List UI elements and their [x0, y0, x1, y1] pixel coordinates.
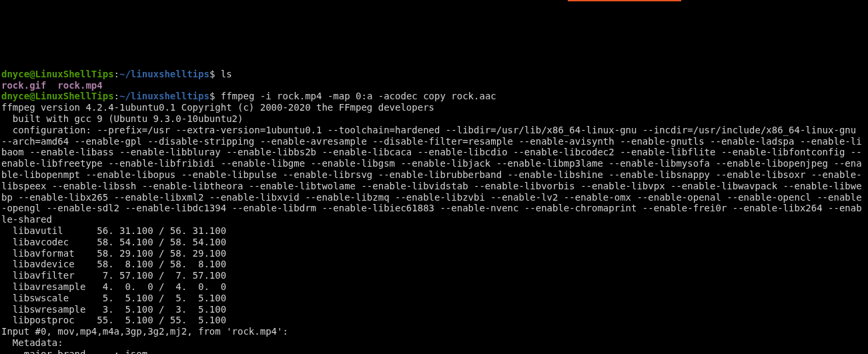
output-libavformat: libavformat 58. 29.100 / 58. 29.100: [1, 248, 867, 259]
prompt-path: ~/linuxshelltips: [119, 91, 209, 101]
file-separator: [46, 80, 57, 91]
accent-bar: [568, 0, 681, 1]
output-major-brand: major_brand : isom: [1, 349, 867, 354]
output-input-header: Input #0, mov,mp4,m4a,3gp,3g2,mj2, from …: [1, 326, 867, 337]
prompt-colon: :: [114, 91, 119, 101]
command-ls: ls: [221, 69, 232, 79]
prompt-line-1[interactable]: dnyce@LinuxShellTips:~/linuxshelltips$ l…: [1, 69, 867, 80]
output-libavutil: libavutil 56. 31.100 / 56. 31.100: [1, 225, 867, 237]
output-configuration: configuration: --prefix=/usr --extra-ver…: [1, 125, 867, 225]
prompt-dollar: $: [209, 91, 221, 101]
output-libpostproc: libpostproc 55. 5.100 / 55. 5.100: [1, 315, 867, 326]
file-mp4: rock.mp4: [57, 80, 102, 91]
output-libavfilter: libavfilter 7. 57.100 / 7. 57.100: [1, 270, 867, 281]
prompt-colon: :: [114, 69, 119, 79]
output-libavdevice: libavdevice 58. 8.100 / 58. 8.100: [1, 259, 867, 270]
command-ffmpeg: ffmpeg -i rock.mp4 -map 0:a -acodec copy…: [221, 91, 496, 101]
prompt-path: ~/linuxshelltips: [119, 69, 209, 79]
prompt-dollar: $: [209, 69, 221, 79]
output-libswscale: libswscale 5. 5.100 / 5. 5.100: [1, 293, 867, 304]
output-metadata-header: Metadata:: [1, 337, 867, 349]
prompt-user: dnyce@LinuxShellTips: [1, 91, 114, 101]
output-libswresample: libswresample 3. 5.100 / 3. 5.100: [1, 304, 867, 315]
ls-output-line: rock.gif rock.mp4: [1, 80, 867, 91]
output-ffmpeg-version: ffmpeg version 4.2.4-1ubuntu0.1 Copyrigh…: [1, 102, 867, 113]
prompt-line-2[interactable]: dnyce@LinuxShellTips:~/linuxshelltips$ f…: [1, 91, 867, 102]
output-libavresample: libavresample 4. 0. 0 / 4. 0. 0: [1, 281, 867, 293]
prompt-user: dnyce@LinuxShellTips: [1, 69, 114, 79]
output-built-with: built with gcc 9 (Ubuntu 9.3.0-10ubuntu2…: [1, 113, 867, 125]
output-libavcodec: libavcodec 58. 54.100 / 58. 54.100: [1, 237, 867, 248]
file-gif: rock.gif: [1, 80, 46, 91]
